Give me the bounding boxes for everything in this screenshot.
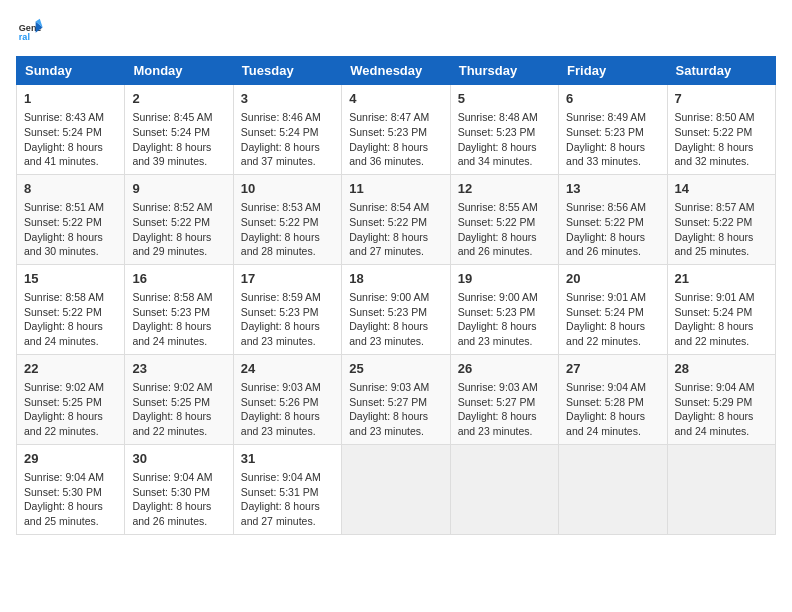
calendar-cell: 16Sunrise: 8:58 AM Sunset: 5:23 PM Dayli… xyxy=(125,264,233,354)
day-info: Sunrise: 8:46 AM Sunset: 5:24 PM Dayligh… xyxy=(241,110,334,169)
day-number: 10 xyxy=(241,180,334,198)
day-info: Sunrise: 9:01 AM Sunset: 5:24 PM Dayligh… xyxy=(566,290,659,349)
day-number: 24 xyxy=(241,360,334,378)
calendar-cell: 9Sunrise: 8:52 AM Sunset: 5:22 PM Daylig… xyxy=(125,174,233,264)
day-info: Sunrise: 8:45 AM Sunset: 5:24 PM Dayligh… xyxy=(132,110,225,169)
day-info: Sunrise: 9:03 AM Sunset: 5:27 PM Dayligh… xyxy=(458,380,551,439)
day-info: Sunrise: 8:51 AM Sunset: 5:22 PM Dayligh… xyxy=(24,200,117,259)
day-info: Sunrise: 8:58 AM Sunset: 5:22 PM Dayligh… xyxy=(24,290,117,349)
day-info: Sunrise: 9:02 AM Sunset: 5:25 PM Dayligh… xyxy=(24,380,117,439)
day-info: Sunrise: 8:55 AM Sunset: 5:22 PM Dayligh… xyxy=(458,200,551,259)
day-number: 6 xyxy=(566,90,659,108)
calendar-cell: 11Sunrise: 8:54 AM Sunset: 5:22 PM Dayli… xyxy=(342,174,450,264)
day-number: 8 xyxy=(24,180,117,198)
day-info: Sunrise: 8:57 AM Sunset: 5:22 PM Dayligh… xyxy=(675,200,768,259)
calendar-week-row: 15Sunrise: 8:58 AM Sunset: 5:22 PM Dayli… xyxy=(17,264,776,354)
calendar-cell xyxy=(342,444,450,534)
calendar-cell: 1Sunrise: 8:43 AM Sunset: 5:24 PM Daylig… xyxy=(17,85,125,175)
day-number: 23 xyxy=(132,360,225,378)
day-header-wednesday: Wednesday xyxy=(342,57,450,85)
day-header-monday: Monday xyxy=(125,57,233,85)
day-info: Sunrise: 9:04 AM Sunset: 5:30 PM Dayligh… xyxy=(132,470,225,529)
day-info: Sunrise: 8:58 AM Sunset: 5:23 PM Dayligh… xyxy=(132,290,225,349)
day-number: 11 xyxy=(349,180,442,198)
day-info: Sunrise: 8:56 AM Sunset: 5:22 PM Dayligh… xyxy=(566,200,659,259)
calendar-cell: 5Sunrise: 8:48 AM Sunset: 5:23 PM Daylig… xyxy=(450,85,558,175)
calendar-table: SundayMondayTuesdayWednesdayThursdayFrid… xyxy=(16,56,776,535)
calendar-cell: 25Sunrise: 9:03 AM Sunset: 5:27 PM Dayli… xyxy=(342,354,450,444)
day-number: 16 xyxy=(132,270,225,288)
calendar-week-row: 1Sunrise: 8:43 AM Sunset: 5:24 PM Daylig… xyxy=(17,85,776,175)
calendar-cell: 13Sunrise: 8:56 AM Sunset: 5:22 PM Dayli… xyxy=(559,174,667,264)
day-info: Sunrise: 8:59 AM Sunset: 5:23 PM Dayligh… xyxy=(241,290,334,349)
calendar-cell: 24Sunrise: 9:03 AM Sunset: 5:26 PM Dayli… xyxy=(233,354,341,444)
day-number: 12 xyxy=(458,180,551,198)
calendar-cell xyxy=(667,444,775,534)
day-number: 31 xyxy=(241,450,334,468)
day-number: 9 xyxy=(132,180,225,198)
day-info: Sunrise: 8:50 AM Sunset: 5:22 PM Dayligh… xyxy=(675,110,768,169)
calendar-cell: 23Sunrise: 9:02 AM Sunset: 5:25 PM Dayli… xyxy=(125,354,233,444)
calendar-cell: 8Sunrise: 8:51 AM Sunset: 5:22 PM Daylig… xyxy=(17,174,125,264)
calendar-cell: 22Sunrise: 9:02 AM Sunset: 5:25 PM Dayli… xyxy=(17,354,125,444)
day-info: Sunrise: 9:02 AM Sunset: 5:25 PM Dayligh… xyxy=(132,380,225,439)
day-number: 25 xyxy=(349,360,442,378)
day-info: Sunrise: 9:03 AM Sunset: 5:26 PM Dayligh… xyxy=(241,380,334,439)
calendar-header-row: SundayMondayTuesdayWednesdayThursdayFrid… xyxy=(17,57,776,85)
calendar-cell: 29Sunrise: 9:04 AM Sunset: 5:30 PM Dayli… xyxy=(17,444,125,534)
day-info: Sunrise: 9:00 AM Sunset: 5:23 PM Dayligh… xyxy=(349,290,442,349)
calendar-cell: 19Sunrise: 9:00 AM Sunset: 5:23 PM Dayli… xyxy=(450,264,558,354)
day-number: 17 xyxy=(241,270,334,288)
day-info: Sunrise: 8:47 AM Sunset: 5:23 PM Dayligh… xyxy=(349,110,442,169)
calendar-cell: 6Sunrise: 8:49 AM Sunset: 5:23 PM Daylig… xyxy=(559,85,667,175)
page-header: Gene ral xyxy=(16,16,776,44)
day-number: 27 xyxy=(566,360,659,378)
day-header-thursday: Thursday xyxy=(450,57,558,85)
calendar-cell: 12Sunrise: 8:55 AM Sunset: 5:22 PM Dayli… xyxy=(450,174,558,264)
logo: Gene ral xyxy=(16,16,48,44)
day-number: 22 xyxy=(24,360,117,378)
day-number: 15 xyxy=(24,270,117,288)
day-header-tuesday: Tuesday xyxy=(233,57,341,85)
calendar-cell: 30Sunrise: 9:04 AM Sunset: 5:30 PM Dayli… xyxy=(125,444,233,534)
day-header-sunday: Sunday xyxy=(17,57,125,85)
day-number: 5 xyxy=(458,90,551,108)
day-number: 3 xyxy=(241,90,334,108)
calendar-cell: 28Sunrise: 9:04 AM Sunset: 5:29 PM Dayli… xyxy=(667,354,775,444)
calendar-cell: 17Sunrise: 8:59 AM Sunset: 5:23 PM Dayli… xyxy=(233,264,341,354)
day-info: Sunrise: 9:00 AM Sunset: 5:23 PM Dayligh… xyxy=(458,290,551,349)
day-number: 14 xyxy=(675,180,768,198)
day-header-friday: Friday xyxy=(559,57,667,85)
calendar-cell: 27Sunrise: 9:04 AM Sunset: 5:28 PM Dayli… xyxy=(559,354,667,444)
day-number: 30 xyxy=(132,450,225,468)
day-info: Sunrise: 8:54 AM Sunset: 5:22 PM Dayligh… xyxy=(349,200,442,259)
calendar-cell: 14Sunrise: 8:57 AM Sunset: 5:22 PM Dayli… xyxy=(667,174,775,264)
day-number: 26 xyxy=(458,360,551,378)
calendar-cell: 18Sunrise: 9:00 AM Sunset: 5:23 PM Dayli… xyxy=(342,264,450,354)
calendar-week-row: 29Sunrise: 9:04 AM Sunset: 5:30 PM Dayli… xyxy=(17,444,776,534)
calendar-cell: 7Sunrise: 8:50 AM Sunset: 5:22 PM Daylig… xyxy=(667,85,775,175)
calendar-cell: 20Sunrise: 9:01 AM Sunset: 5:24 PM Dayli… xyxy=(559,264,667,354)
day-header-saturday: Saturday xyxy=(667,57,775,85)
calendar-cell: 10Sunrise: 8:53 AM Sunset: 5:22 PM Dayli… xyxy=(233,174,341,264)
calendar-cell: 31Sunrise: 9:04 AM Sunset: 5:31 PM Dayli… xyxy=(233,444,341,534)
day-number: 29 xyxy=(24,450,117,468)
day-info: Sunrise: 8:49 AM Sunset: 5:23 PM Dayligh… xyxy=(566,110,659,169)
day-info: Sunrise: 9:04 AM Sunset: 5:30 PM Dayligh… xyxy=(24,470,117,529)
day-info: Sunrise: 8:53 AM Sunset: 5:22 PM Dayligh… xyxy=(241,200,334,259)
calendar-cell: 15Sunrise: 8:58 AM Sunset: 5:22 PM Dayli… xyxy=(17,264,125,354)
day-number: 28 xyxy=(675,360,768,378)
day-number: 20 xyxy=(566,270,659,288)
calendar-cell xyxy=(450,444,558,534)
day-info: Sunrise: 8:43 AM Sunset: 5:24 PM Dayligh… xyxy=(24,110,117,169)
day-info: Sunrise: 9:03 AM Sunset: 5:27 PM Dayligh… xyxy=(349,380,442,439)
day-info: Sunrise: 9:04 AM Sunset: 5:31 PM Dayligh… xyxy=(241,470,334,529)
svg-text:ral: ral xyxy=(19,32,30,42)
day-number: 1 xyxy=(24,90,117,108)
day-number: 21 xyxy=(675,270,768,288)
calendar-week-row: 8Sunrise: 8:51 AM Sunset: 5:22 PM Daylig… xyxy=(17,174,776,264)
calendar-cell xyxy=(559,444,667,534)
calendar-week-row: 22Sunrise: 9:02 AM Sunset: 5:25 PM Dayli… xyxy=(17,354,776,444)
day-number: 19 xyxy=(458,270,551,288)
day-number: 7 xyxy=(675,90,768,108)
